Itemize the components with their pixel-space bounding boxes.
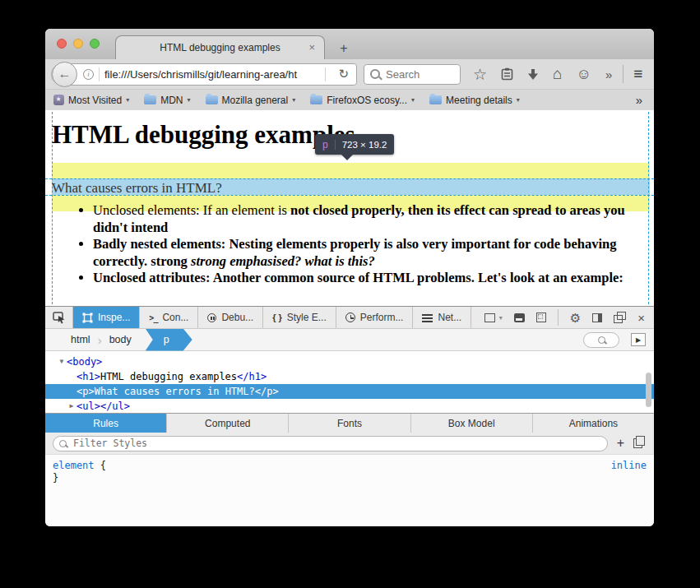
horizontal-guide (45, 178, 654, 179)
tab-title: HTML debugging examples (160, 42, 280, 53)
copy-rules-icon[interactable] (633, 438, 642, 448)
tab-bar: HTML debugging examples × + (45, 29, 654, 59)
hello-smiley-icon[interactable]: ☺ (577, 66, 591, 83)
downloads-icon[interactable] (527, 68, 539, 81)
select-iframe-icon[interactable] (484, 313, 495, 322)
margin-highlight-top (52, 163, 650, 178)
close-tab-icon[interactable]: × (308, 41, 315, 53)
split-console-icon[interactable] (514, 313, 525, 322)
bookmark-folder-mdn[interactable]: MDN ▾ (144, 95, 190, 106)
markup-row-ul[interactable]: ▶<ul></ul> (45, 399, 654, 414)
close-window-button[interactable] (57, 39, 67, 49)
url-text[interactable]: file:///Users/chrismills/git/learning-ar… (104, 68, 320, 81)
twisty-closed-icon[interactable]: ▶ (67, 399, 76, 414)
back-button[interactable]: ← (52, 62, 77, 87)
tab-rules[interactable]: Rules (45, 414, 167, 433)
markup-view: ▼<body> <h1>HTML debugging examples</h1>… (45, 351, 654, 413)
browser-tab[interactable]: HTML debugging examples × (115, 35, 325, 59)
most-visited-icon (53, 95, 64, 105)
tab-fonts[interactable]: Fonts (289, 414, 410, 433)
chevron-down-icon: ▾ (517, 96, 520, 104)
debugger-pause-icon (207, 313, 216, 322)
breadcrumb-p-selected[interactable]: p (146, 329, 192, 351)
bookmark-label: Meeting details (446, 95, 512, 106)
breadcrumb-html[interactable]: html (63, 334, 98, 345)
search-field[interactable] (364, 64, 461, 85)
bookmark-folder-firefoxos[interactable]: FirefoxOS ecosy... ▾ (310, 95, 415, 106)
home-icon[interactable]: ⌂ (553, 65, 562, 83)
chevron-down-icon: ▾ (187, 96, 190, 104)
divider (325, 67, 326, 81)
tab-network[interactable]: Net... (413, 307, 471, 328)
url-bar[interactable]: ← i file:///Users/chrismills/git/learnin… (51, 63, 357, 86)
bookmark-folder-mozilla-general[interactable]: Mozilla general ▾ (206, 95, 296, 106)
inspector-breadcrumb-bar: html › body p ▶ (45, 329, 654, 351)
filter-styles-field[interactable] (53, 436, 608, 451)
folder-icon (144, 95, 156, 104)
inspector-infobar-tooltip: p 723 × 19.2 (315, 134, 394, 155)
markup-row-body[interactable]: ▼<body> (45, 354, 654, 369)
highlighted-paragraph: What causes errors in HTML? (52, 180, 222, 197)
search-icon (598, 336, 605, 344)
bookmark-label: Most Visited (68, 95, 122, 106)
hamburger-menu-icon[interactable]: ≡ (633, 65, 642, 83)
page-viewport: HTML debugging examples p 723 × 19.2 Wha… (45, 110, 654, 306)
folder-icon (429, 95, 442, 104)
rules-panel: element { inline } (45, 455, 654, 526)
expand-sidebar-button[interactable]: ▶ (631, 333, 646, 346)
list-item: Badly nested elements: Nesting elements … (93, 236, 654, 270)
window-controls (57, 39, 100, 49)
network-bars-icon (422, 313, 433, 322)
bookmarks-clipboard-icon[interactable] (501, 67, 513, 81)
bookmark-most-visited[interactable]: Most Visited ▾ (53, 95, 129, 106)
search-icon (59, 440, 67, 447)
markup-search-button[interactable] (583, 332, 619, 348)
console-icon: >_ (149, 313, 157, 322)
chevron-down-icon: ▾ (411, 96, 415, 104)
close-devtools-icon[interactable]: × (637, 311, 645, 325)
page-info-icon[interactable]: i (83, 69, 94, 80)
rule-selector[interactable]: element (53, 460, 95, 471)
tab-box-model[interactable]: Box Model (411, 414, 533, 433)
tab-performance[interactable]: Perform... (336, 307, 414, 328)
tab-console[interactable]: >_ Con... (140, 307, 198, 328)
bookmark-folder-meeting-details[interactable]: Meeting details ▾ (429, 95, 520, 106)
rule-close-brace: } (53, 472, 647, 484)
bookmarks-overflow-icon[interactable]: » (636, 93, 642, 107)
devtools-toolbar: Inspe... >_ Con... Debu... { } Style E..… (45, 306, 654, 329)
nav-icon-group: ☆ ⌂ ☺ » (473, 65, 612, 83)
rules-toolbar: + (45, 433, 654, 455)
divider (335, 140, 336, 150)
filter-styles-input[interactable] (72, 437, 601, 450)
tab-debugger[interactable]: Debu... (198, 307, 263, 328)
settings-gear-icon[interactable]: ⚙ (570, 312, 581, 324)
tab-style-editor[interactable]: { } Style E... (263, 307, 336, 328)
search-input[interactable] (384, 67, 454, 81)
toolbar-overflow-icon[interactable]: » (605, 67, 612, 81)
tab-inspector[interactable]: Inspe... (73, 307, 140, 328)
dock-to-side-icon[interactable] (592, 313, 602, 322)
tab-animations[interactable]: Animations (533, 414, 654, 433)
zoom-window-button[interactable] (90, 39, 100, 49)
rule-origin-link[interactable]: inline (611, 460, 647, 472)
sidebar-tab-strip: Rules Computed Fonts Box Model Animation… (45, 413, 654, 433)
undock-window-icon[interactable] (614, 315, 623, 323)
bookmark-label: Mozilla general (222, 95, 289, 106)
responsive-mode-icon[interactable] (536, 313, 546, 322)
scrollbar[interactable] (646, 373, 651, 407)
bookmark-star-icon[interactable]: ☆ (473, 67, 487, 82)
reload-icon[interactable]: ↻ (338, 67, 349, 81)
markup-row-h1[interactable]: <h1>HTML debugging examples</h1> (45, 369, 654, 384)
new-tab-button[interactable]: + (335, 41, 353, 56)
tab-computed[interactable]: Computed (167, 414, 289, 433)
minimize-window-button[interactable] (73, 39, 83, 49)
bookmark-label: MDN (160, 95, 183, 106)
pick-element-button[interactable] (45, 307, 73, 328)
braces-icon: { } (272, 313, 282, 322)
add-rule-button[interactable]: + (617, 437, 624, 450)
search-icon (370, 69, 380, 79)
twisty-open-icon[interactable]: ▼ (57, 354, 67, 369)
tab-label: Perform... (360, 312, 404, 323)
markup-row-p-selected[interactable]: <p>What causes errors in HTML?</p> (45, 384, 654, 399)
breadcrumb-body[interactable]: body (102, 334, 139, 345)
